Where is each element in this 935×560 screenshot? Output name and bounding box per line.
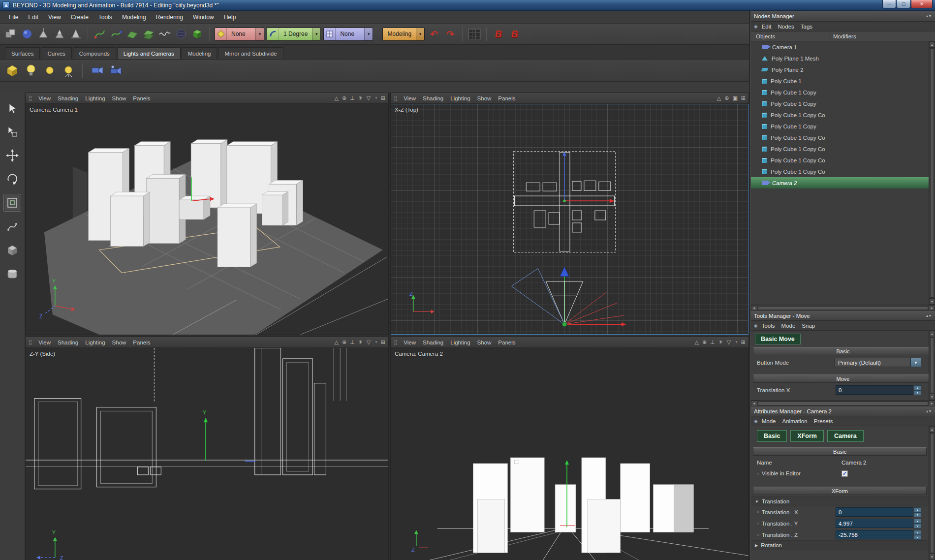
lathe-tool-icon[interactable] [69,27,83,41]
translation-y-attr-spinner[interactable]: ▴▾ [914,519,921,528]
vp-menu-shading[interactable]: Shading [54,339,82,346]
node-row-polycube-copy[interactable]: Poly Cube 1 Copy Co [751,109,929,121]
node-row-camera2-selected[interactable]: Camera 2 [751,177,929,188]
menu-create[interactable]: Create [66,12,94,23]
playback-icon[interactable]: ◔ [374,95,377,101]
tab-modeling[interactable]: Modeling [182,47,218,59]
select-cursor-tool[interactable] [3,99,21,117]
column-objects[interactable]: Objects [751,33,830,39]
tab-mirror-and-subdivide[interactable]: Mirror and Subdivide [218,47,283,59]
vp-menu-show[interactable]: Show [474,339,495,346]
redo-icon[interactable]: ↷ [443,27,457,41]
tab-compounds[interactable]: Compounds [73,47,116,59]
keyframe-dot-icon[interactable]: ○ [757,532,759,537]
viewport-handle-icon[interactable]: ⣿ [29,95,32,101]
column-modifiers[interactable]: Modifiers [830,33,935,39]
layout-quad-icon[interactable]: ⊞ [381,95,385,101]
curve-wave-tool-icon[interactable] [158,27,172,41]
dark-sphere-tool-icon[interactable] [174,27,188,41]
menu-window[interactable]: Window [188,12,219,23]
beyond-render-icon[interactable]: B [492,27,505,41]
node-row-camera1[interactable]: Camera 1 [751,41,929,53]
vp-menu-show[interactable]: Show [109,339,130,346]
vp-menu-lighting[interactable]: Lighting [82,339,108,346]
vp-menu-shading[interactable]: Shading [419,94,447,102]
viewport-canvas-camera1[interactable]: Camera: Camera 1 [26,104,388,335]
name-value[interactable]: Camera 2 [842,460,867,466]
move-view-icon[interactable]: ⊕ [724,95,729,101]
node-row-polycube-copy[interactable]: Poly Cube 1 Copy Co [751,143,929,155]
tab-curves[interactable]: Curves [41,47,71,59]
loft-surface-tool-icon[interactable] [142,27,156,41]
button-mode-dropdown-arrow[interactable]: ▾ [910,358,921,367]
tools-manager-header[interactable]: Tools Manager - Move ▴▾ [751,311,935,321]
attach-curve-tool-icon[interactable] [109,27,123,41]
rotation-group-row[interactable]: ▶ Rotation [751,540,929,550]
nodes-manager-header[interactable]: Nodes Manager ▴▾ [751,11,935,22]
translation-x-attr-spinner[interactable]: ▴▾ [914,507,921,517]
poly-cube-icon[interactable] [5,63,19,77]
translation-x-attr-input[interactable] [836,507,913,517]
scroll-right-icon[interactable]: ▸ [929,401,935,406]
tools-section-basic[interactable]: Basic [753,347,933,355]
safe-frame-icon[interactable]: △ [335,339,339,345]
scroll-up-icon[interactable]: ▴ [929,426,935,433]
undo-icon[interactable]: ↶ [427,27,441,41]
attr-tab-xform[interactable]: XForm [790,430,824,442]
translation-y-attr-input[interactable] [836,519,913,528]
layout-quad-icon[interactable]: ⊞ [381,339,385,345]
safe-frame-icon[interactable]: △ [335,95,339,101]
grid-snap-dropdown[interactable]: None ▾ [323,28,373,41]
axes-icon[interactable]: ⊥ [350,95,355,101]
nodes-vertical-scrollbar[interactable]: ▴ ▾ [929,41,935,305]
keyframe-dot-icon[interactable]: ○ [757,510,759,514]
patch-surface-tool-icon[interactable] [125,27,139,41]
tools-section-move[interactable]: Move [753,374,933,383]
move-view-icon[interactable]: ⊕ [342,95,346,101]
scroll-down-icon[interactable]: ▾ [929,298,935,305]
camera-create-icon[interactable] [90,63,104,77]
minimize-button[interactable]: — [882,0,896,8]
panel-diamond-icon[interactable]: ◈ [754,24,758,29]
select-region-tool[interactable] [3,123,21,141]
scroll-down-icon[interactable]: ▾ [929,394,935,400]
angle-snap-dropdown-arrow[interactable]: ▾ [312,28,320,40]
nodes-menu-nodes[interactable]: Nodes [778,23,799,31]
grid-snap-dropdown-arrow[interactable]: ▾ [364,28,373,40]
vp-menu-view[interactable]: View [400,339,419,346]
menu-edit[interactable]: Edit [23,12,43,23]
attr-section-basic[interactable]: Basic [753,447,927,456]
nodes-menu-tags[interactable]: Tags [801,23,817,31]
node-row-polycube1[interactable]: Poly Cube 1 [751,75,929,87]
tools-menu-snap[interactable]: Snap [802,322,819,330]
node-row-polyplane1mesh[interactable]: Poly Plane 1 Mesh [751,53,929,64]
scroll-down-icon[interactable]: ▾ [929,554,935,560]
expander-closed-icon[interactable]: ▶ [755,543,758,548]
panel-diamond-icon[interactable]: ◈ [754,418,758,424]
vp-menu-lighting[interactable]: Lighting [82,94,108,102]
vp-menu-panels[interactable]: Panels [129,339,154,346]
panel-diamond-icon[interactable]: ◈ [754,323,758,328]
maximize-button[interactable]: ▢ [897,0,910,8]
extrude-tool-icon[interactable] [36,27,50,41]
menu-rendering[interactable]: Rendering [151,12,188,23]
tab-surfaces[interactable]: Surfaces [5,47,40,59]
safe-frame-icon[interactable]: △ [695,339,699,345]
snap-mode-dropdown-arrow[interactable]: ▾ [255,28,264,40]
scroll-thumb[interactable] [930,338,934,393]
scroll-thumb[interactable] [930,433,934,553]
viewport-canvas-side[interactable]: Z-Y (Side) [26,348,388,560]
menu-tools[interactable]: Tools [94,12,117,23]
move-tool[interactable] [3,147,21,164]
bevel-tool-icon[interactable] [53,27,66,41]
keyframe-dot-icon[interactable]: ○ [757,471,759,476]
axes-icon[interactable]: ⊥ [350,339,355,345]
titlebar[interactable]: BEYOND - 3D Modeling and Animation - Bui… [0,0,935,11]
panel-collapse-icons[interactable]: ▴▾ [926,313,932,318]
nodes-menu-edit[interactable]: Edit [762,23,776,31]
tools-menu-tools[interactable]: Tools [762,322,779,330]
scroll-right-icon[interactable]: ▸ [929,305,935,311]
visible-in-editor-checkbox[interactable]: ✓ [842,470,848,477]
cube-stack-tool-icon[interactable] [4,27,18,41]
viewport-handle-icon[interactable]: ⣿ [394,95,397,101]
